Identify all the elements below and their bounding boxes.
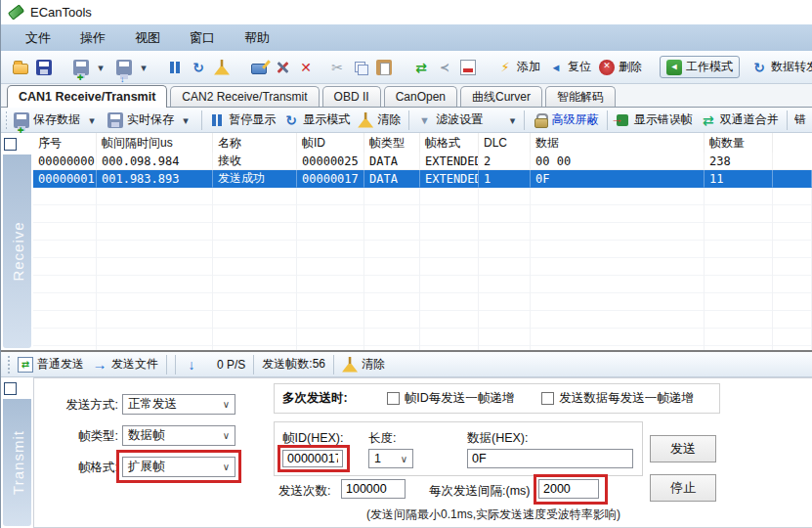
panel-toggle-button[interactable]	[456, 57, 480, 78]
copy-button[interactable]	[349, 57, 372, 78]
work-mode-button[interactable]: 工作模式	[660, 56, 740, 78]
copy-icon	[353, 60, 368, 75]
cell-interval: 000.098.984	[97, 153, 213, 170]
menu-operate[interactable]: 操作	[65, 25, 120, 51]
tab-canopen[interactable]: CanOpen	[384, 86, 457, 107]
realtime-save-button[interactable]: 实时保存	[104, 109, 197, 131]
frame-format-select[interactable]: 扩展帧∨	[122, 457, 235, 477]
increment-data-checkbox[interactable]	[541, 392, 554, 405]
rate-value: 0 P/S	[217, 358, 245, 372]
clean-button[interactable]	[210, 57, 234, 78]
data-forward-button[interactable]: 数据转发	[748, 56, 812, 78]
menu-help[interactable]: 帮助	[230, 25, 284, 51]
table-row[interactable]: 00000000 000.098.984 接收 00000025 DATA EX…	[33, 153, 812, 170]
tab-can2-receive-transmit[interactable]: CAN2 Receive/Transmit	[170, 86, 319, 107]
connector-button[interactable]	[433, 57, 456, 78]
delete-item-button[interactable]	[294, 57, 318, 78]
delete-button[interactable]: 删除	[595, 56, 646, 78]
save-data-button[interactable]: 保存数据	[10, 109, 104, 131]
frame-type-select[interactable]: 数据帧∨	[122, 425, 235, 446]
transmit-sidebar-label: Transmit	[9, 430, 25, 495]
menu-view[interactable]: 视图	[120, 25, 175, 51]
chevron-down-icon	[178, 112, 193, 128]
normal-send-button[interactable]: 普通发送	[14, 353, 88, 375]
menu-window[interactable]: 窗口	[175, 25, 230, 51]
col-header-index[interactable]: 序号	[33, 133, 97, 153]
reset-button[interactable]: 复位	[544, 56, 595, 78]
tools-button[interactable]	[271, 57, 294, 78]
cut-button[interactable]	[325, 57, 349, 78]
display-mode-button[interactable]: 显示模式	[279, 109, 354, 131]
tab-obd2[interactable]: OBD II	[322, 86, 381, 107]
transmit-select-checkbox[interactable]	[4, 382, 17, 395]
receive-section: Receive 序号 帧间隔时间us 名称 帧ID 帧类型 帧格式 DLC 数据…	[1, 133, 812, 352]
show-error-frames-button[interactable]: 显示错误帧	[611, 109, 697, 131]
open-file-button[interactable]	[9, 58, 32, 77]
tab-can1-receive-transmit[interactable]: CAN1 Receive/Transmit	[7, 85, 167, 108]
clipped-toolbar-button[interactable]: 错	[791, 109, 810, 131]
increment-id-checkbox[interactable]	[387, 392, 400, 405]
col-header-data[interactable]: 数据	[531, 133, 705, 153]
show-error-frames-label: 显示错误帧	[634, 111, 693, 128]
col-header-frame-id[interactable]: 帧ID	[297, 133, 364, 153]
broom-icon	[214, 60, 230, 75]
transmit-clear-label: 清除	[362, 356, 385, 373]
stop-button[interactable]: 停止	[650, 474, 716, 502]
add-button[interactable]: 添加	[493, 56, 544, 78]
menu-file[interactable]: 文件	[11, 25, 65, 51]
toolbar-grip[interactable]	[6, 111, 7, 129]
col-header-name[interactable]: 名称	[213, 133, 297, 153]
col-header-dlc[interactable]: DLC	[479, 133, 531, 153]
dual-channel-merge-label: 双通道合并	[720, 111, 779, 128]
toolbar-grip[interactable]	[6, 356, 11, 374]
frame-id-input[interactable]	[282, 450, 343, 467]
col-header-frame-format[interactable]: 帧格式	[420, 133, 479, 153]
length-value: 1	[374, 452, 381, 465]
chevron-down-icon: ∨	[398, 454, 410, 464]
col-header-interval[interactable]: 帧间隔时间us	[97, 133, 213, 153]
table-row-selected[interactable]: 00000001 001.983.893 发送成功 00000017 DATA …	[33, 170, 812, 188]
col-header-frame-count[interactable]: 帧数量	[705, 133, 773, 153]
filter-settings-button[interactable]: 滤波设置	[412, 109, 487, 131]
pause-display-button[interactable]: 暂停显示	[205, 109, 279, 131]
swap-button[interactable]	[409, 57, 433, 78]
refresh-icon	[283, 112, 299, 128]
edit-folder-button[interactable]	[247, 58, 271, 77]
chevron-down-icon	[84, 112, 100, 128]
interval-note: (发送间隔最小0.1ms,实际发送速度受波特率影响)	[327, 506, 660, 523]
paste-button[interactable]	[372, 57, 396, 78]
advanced-mask-button[interactable]: 高级屏蔽	[529, 108, 603, 132]
disconnect-device-button[interactable]	[112, 57, 155, 78]
green-swap-icon	[413, 60, 429, 75]
send-file-button[interactable]: 发送文件	[88, 353, 162, 375]
receive-sidebar-panel[interactable]: Receive	[3, 154, 31, 348]
clear-label: 清除	[377, 111, 401, 128]
send-count-input[interactable]	[341, 479, 406, 499]
send-mode-select[interactable]: 正常发送∨	[122, 394, 235, 415]
chevron-down-icon[interactable]	[504, 112, 520, 128]
send-mode-value: 正常发送	[128, 396, 177, 413]
save-file-button[interactable]	[32, 57, 56, 78]
tab-curve[interactable]: 曲线Curver	[460, 86, 542, 107]
interval-input[interactable]	[538, 479, 599, 499]
cell-frame-type: DATA	[364, 170, 420, 188]
cell-dlc: 1	[479, 170, 531, 188]
pause-button[interactable]	[163, 57, 187, 78]
connect-device-button[interactable]	[69, 57, 112, 78]
transmit-clear-button[interactable]: 清除	[338, 353, 389, 375]
tab-smart-decode[interactable]: 智能解码	[545, 86, 616, 107]
data-forward-icon	[751, 60, 767, 75]
ecantools-window: ECanTools 文件 操作 视图 窗口 帮助	[0, 0, 812, 528]
dual-channel-merge-button[interactable]: 双通道合并	[697, 109, 783, 131]
refresh-button[interactable]	[187, 57, 210, 78]
data-hex-input[interactable]	[467, 449, 633, 468]
transmit-section: Transmit 发送方式: 正常发送∨ 帧类型: 数据帧∨ 帧格式: 扩展帧∨…	[1, 377, 812, 528]
pause-icon	[209, 112, 225, 128]
col-header-frame-type[interactable]: 帧类型	[364, 133, 420, 153]
length-select[interactable]: 1∨	[368, 449, 413, 468]
clear-button[interactable]: 清除	[354, 109, 405, 131]
transmit-sidebar-panel[interactable]: Transmit	[3, 399, 31, 526]
cell-index: 00000001	[33, 170, 97, 188]
receive-select-checkbox[interactable]	[4, 138, 17, 151]
send-button[interactable]: 发送	[650, 435, 716, 462]
